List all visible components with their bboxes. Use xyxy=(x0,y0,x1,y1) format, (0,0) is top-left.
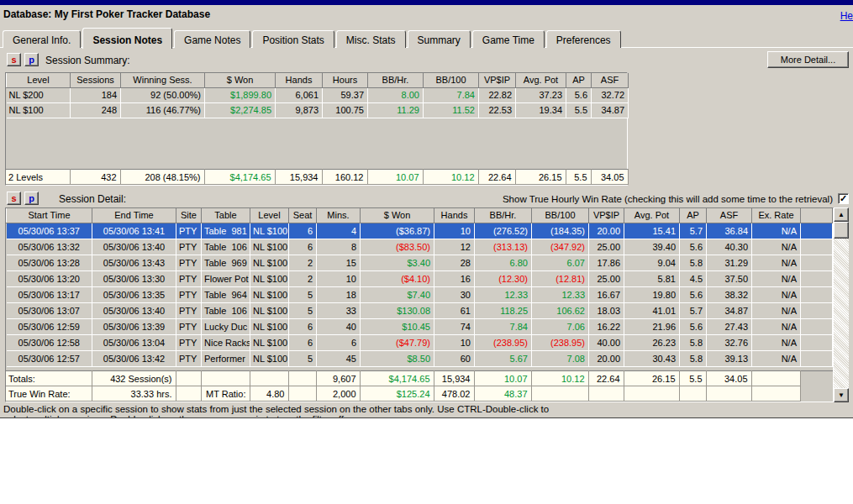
column-header[interactable]: ASF xyxy=(707,208,752,223)
cell: Table 981 xyxy=(202,223,250,239)
column-header[interactable]: Hands xyxy=(434,208,475,223)
cell: 37.50 xyxy=(707,270,752,286)
cell: 30.43 xyxy=(624,350,680,366)
column-header[interactable]: Table xyxy=(202,208,250,223)
cell: 59.37 xyxy=(323,87,368,102)
column-header[interactable]: End Time xyxy=(92,208,176,223)
scrollbar-thumb[interactable] xyxy=(834,222,849,239)
session-summary-table: LevelSessionsWinning Sess.$ WonHandsHour… xyxy=(5,72,628,186)
session-detail-label: Session Detail: xyxy=(59,193,126,205)
session-row[interactable]: 05/30/06 13:2805/30/06 13:43PTYTable 969… xyxy=(7,255,833,270)
detail-totals-row[interactable]: True Win Rate:33.33 hrs.MT Ratio:4.802,0… xyxy=(6,386,833,402)
tab-game-time[interactable]: Game Time xyxy=(472,30,545,48)
detail-totals-row[interactable]: Totals:432 Session(s)9,607$4,174.6515,93… xyxy=(6,371,833,386)
column-header[interactable]: Avg. Pot xyxy=(624,208,680,223)
cell: NL $100 xyxy=(250,255,289,270)
scroll-down-icon[interactable]: ▼ xyxy=(834,388,849,402)
column-header[interactable]: BB/Hr. xyxy=(475,208,532,223)
column-header[interactable]: Level xyxy=(7,73,71,87)
tab-preferences[interactable]: Preferences xyxy=(546,30,621,48)
column-header[interactable]: BB/100 xyxy=(532,208,589,223)
cell xyxy=(176,386,201,402)
detail-s-filter-button[interactable]: s xyxy=(7,192,21,205)
tab-position-stats[interactable]: Position Stats xyxy=(252,30,334,48)
vertical-scrollbar[interactable]: ▲ ▼ xyxy=(834,207,849,402)
cell: 6 xyxy=(289,318,317,334)
summary-p-filter-button[interactable]: p xyxy=(24,53,39,66)
column-header[interactable]: Hours xyxy=(323,73,368,87)
cell: 10.07 xyxy=(367,170,423,185)
cell xyxy=(624,386,679,402)
cell: 5.7 xyxy=(680,302,707,318)
cell: PTY xyxy=(176,302,202,318)
detail-header-row: Start TimeEnd TimeSiteTableLevelSeatMins… xyxy=(7,208,833,223)
column-header[interactable]: VP$IP xyxy=(589,208,624,223)
cell: (276.52) xyxy=(475,223,532,239)
cell: 5.6 xyxy=(680,239,707,255)
row-filler xyxy=(801,350,833,366)
session-row[interactable]: 05/30/06 13:1705/30/06 13:35PTYTable 964… xyxy=(7,286,833,302)
column-header[interactable]: Ex. Rate xyxy=(752,208,801,223)
session-row[interactable]: 05/30/06 12:5705/30/06 13:42PTYPerformer… xyxy=(7,350,833,366)
cell: (313.13) xyxy=(475,239,532,255)
cell: 10 xyxy=(317,270,361,286)
session-row[interactable]: 05/30/06 13:3205/30/06 13:40PTYTable 106… xyxy=(7,239,833,255)
session-row[interactable]: 05/30/06 12:5805/30/06 13:04PTYNice Rack… xyxy=(7,334,833,350)
tab-session-notes[interactable]: Session Notes xyxy=(82,28,172,49)
cell: 18.03 xyxy=(589,302,624,318)
scrollbar-track[interactable] xyxy=(834,239,849,388)
column-header[interactable]: AP xyxy=(566,73,592,87)
column-header[interactable]: Level xyxy=(250,208,289,223)
column-header[interactable]: BB/100 xyxy=(424,73,479,87)
summary-totals-row[interactable]: 2 Levels432208 (48.15%)$4,174.6515,93416… xyxy=(6,170,628,185)
session-row[interactable]: 05/30/06 12:5905/30/06 13:39PTYLucky Duc… xyxy=(7,318,833,334)
cell: 10 xyxy=(434,334,475,350)
more-detail-button[interactable]: More Detail... xyxy=(767,51,849,68)
column-header[interactable]: Avg. Pot xyxy=(516,73,566,87)
column-header[interactable]: $ Won xyxy=(361,208,434,223)
true-hourly-win-rate-checkbox[interactable]: ✓ xyxy=(838,193,849,204)
column-header[interactable]: $ Won xyxy=(205,73,276,87)
column-header[interactable]: ASF xyxy=(592,73,629,87)
detail-p-filter-button[interactable]: p xyxy=(24,192,39,205)
help-link[interactable]: He xyxy=(840,10,853,22)
column-header[interactable]: Seat xyxy=(289,208,317,223)
column-header[interactable]: VP$IP xyxy=(479,73,516,87)
cell: 34.87 xyxy=(707,302,752,318)
summary-row[interactable]: NL $20018492 (50.00%)$1,899.806,06159.37… xyxy=(7,87,629,102)
column-header[interactable]: Mins. xyxy=(317,208,361,223)
column-header[interactable]: Hands xyxy=(276,73,323,87)
cell: 9.04 xyxy=(624,255,680,270)
cell: 10.12 xyxy=(531,371,588,386)
tab-game-notes[interactable]: Game Notes xyxy=(174,30,250,48)
column-header[interactable]: Winning Sess. xyxy=(121,73,205,87)
page-title: Database: My First Poker Tracker Databas… xyxy=(3,8,210,20)
session-row[interactable]: 05/30/06 13:3705/30/06 13:41PTYTable 981… xyxy=(7,223,833,239)
cell: 9,607 xyxy=(316,371,360,386)
summary-row[interactable]: NL $100248116 (46.77%)$2,274.859,873100.… xyxy=(7,102,629,118)
cell: 12 xyxy=(434,239,475,255)
cell: 05/30/06 13:04 xyxy=(92,334,176,350)
column-header[interactable]: AP xyxy=(680,208,707,223)
tab-summary[interactable]: Summary xyxy=(408,30,471,48)
cell: 22.53 xyxy=(479,102,516,118)
session-row[interactable]: 05/30/06 13:0705/30/06 13:40PTYTable 106… xyxy=(7,302,833,318)
cell: 40 xyxy=(317,318,361,334)
tab-misc-stats[interactable]: Misc. Stats xyxy=(336,30,406,48)
column-header[interactable]: Sessions xyxy=(71,73,121,87)
cell: 19.34 xyxy=(516,102,566,118)
cell: 60 xyxy=(434,350,475,366)
cell: $3.40 xyxy=(361,255,434,270)
row-filler xyxy=(800,386,833,402)
cell xyxy=(751,371,800,386)
session-row[interactable]: 05/30/06 13:2005/30/06 13:30PTYFlower Po… xyxy=(7,270,833,286)
scroll-up-icon[interactable]: ▲ xyxy=(834,207,849,222)
column-header[interactable]: Start Time xyxy=(7,208,92,223)
cell: 6 xyxy=(289,223,317,239)
row-filler xyxy=(800,371,833,386)
tab-general-info[interactable]: General Info. xyxy=(3,30,81,48)
cell: 184 xyxy=(71,87,121,102)
column-header[interactable]: BB/Hr. xyxy=(368,73,424,87)
column-header[interactable]: Site xyxy=(176,208,202,223)
summary-s-filter-button[interactable]: s xyxy=(7,53,21,66)
